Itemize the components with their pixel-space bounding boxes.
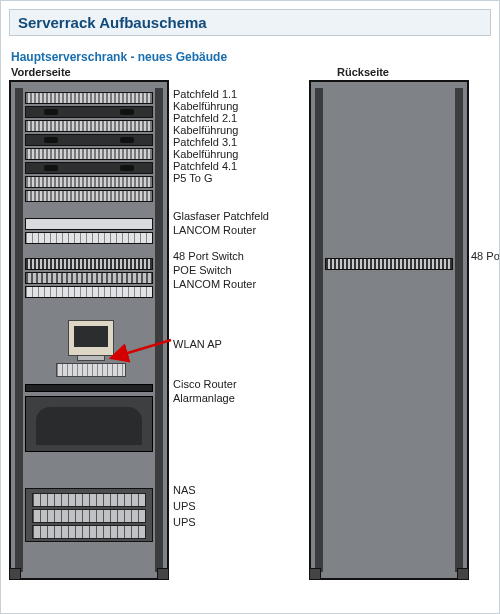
label: NAS — [173, 484, 196, 496]
label: Patchfeld 1.1 — [173, 88, 237, 100]
column-headings: Vorderseite Rückseite — [9, 66, 469, 78]
label: Patchfeld 4.1 — [173, 160, 237, 172]
label: P5 To G — [173, 172, 213, 184]
back-heading: Rückseite — [337, 66, 389, 78]
label: Kabelführung — [173, 148, 238, 160]
labels-layer: Patchfeld 1.1 Kabelführung Patchfeld 2.1… — [9, 80, 489, 585]
label: Patchfeld 2.1 — [173, 112, 237, 124]
label: WLAN AP — [173, 338, 222, 350]
label: Glasfaser Patchfeld — [173, 210, 269, 222]
label: Kabelführung — [173, 100, 238, 112]
page-subtitle: Hauptserverschrank - neues Gebäude — [11, 50, 489, 64]
label: Patchfeld 3.1 — [173, 136, 237, 148]
label: Kabelführung — [173, 124, 238, 136]
label: LANCOM Router — [173, 224, 256, 236]
label: UPS — [173, 516, 196, 528]
label: Cisco Router — [173, 378, 237, 390]
label: 48 Port Switch — [173, 250, 244, 262]
front-heading: Vorderseite — [11, 66, 71, 78]
rack-stage: Patchfeld 1.1 Kabelführung Patchfeld 2.1… — [9, 80, 489, 585]
label: 48 Port Switch — [471, 250, 500, 262]
label: LANCOM Router — [173, 278, 256, 290]
label: Alarmanlage — [173, 392, 235, 404]
label: UPS — [173, 500, 196, 512]
label: POE Switch — [173, 264, 232, 276]
page-title: Serverrack Aufbauschema — [9, 9, 491, 36]
